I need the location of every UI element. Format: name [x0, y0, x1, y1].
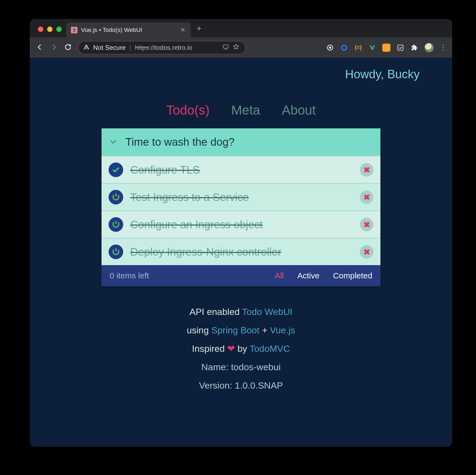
address-bar[interactable]: Not Secure | https://todos.retro.io	[78, 41, 246, 54]
favicon-icon: 👤	[71, 27, 77, 33]
svg-rect-0	[223, 45, 228, 48]
todo-delete-button[interactable]: ✖	[360, 190, 373, 204]
app-nav: Todo(s) Meta About	[30, 103, 452, 118]
todo-toggle[interactable]	[109, 190, 123, 204]
security-label: Not Secure	[93, 44, 126, 51]
nav-meta[interactable]: Meta	[231, 103, 260, 118]
todo-text[interactable]: Configure TLS	[130, 164, 353, 176]
heart-icon: ❤	[227, 343, 235, 354]
tab-title: Vue.js • Todo(s) WebUI	[81, 27, 177, 34]
new-todo-input[interactable]	[125, 136, 373, 148]
url-text: https://todos.retro.io	[135, 44, 192, 51]
not-secure-icon	[83, 44, 89, 51]
meta-block: API enabled Todo WebUI using Spring Boot…	[30, 302, 452, 395]
meta-line-1: API enabled Todo WebUI	[30, 302, 452, 321]
new-tab-button[interactable]: +	[197, 24, 202, 34]
todo-item: Test Ingress to a Service ✖	[102, 183, 380, 210]
chevron-down-icon[interactable]	[109, 137, 118, 147]
extension-orange-icon[interactable]	[382, 44, 390, 52]
back-button[interactable]	[36, 43, 44, 52]
app-name-line: Name: todos-webui	[30, 358, 452, 376]
greeting-text: Howdy, Bucky	[30, 58, 452, 81]
window-minimize-button[interactable]	[47, 27, 53, 32]
todo-toggle[interactable]	[109, 245, 123, 259]
extension-vue-icon[interactable]	[368, 44, 376, 52]
power-icon	[112, 193, 120, 201]
check-icon	[112, 165, 120, 174]
link-todomvc[interactable]: TodoMVC	[250, 343, 290, 354]
browser-window: 👤 Vue.js • Todo(s) WebUI ✕ + Not Secure	[30, 19, 452, 447]
svg-rect-4	[398, 45, 403, 50]
todo-item: Deploy Ingress-Nginx controller ✖	[102, 238, 380, 265]
todo-item: Configure TLS ✖	[102, 156, 380, 183]
filter-active[interactable]: Active	[297, 271, 319, 280]
extension-braces-icon[interactable]: {=}	[354, 44, 362, 52]
titlebar: 👤 Vue.js • Todo(s) WebUI ✕ +	[30, 19, 452, 37]
todo-item: Configure an Ingress object ✖	[102, 210, 380, 238]
nav-about[interactable]: About	[282, 103, 316, 118]
extensions-puzzle-icon[interactable]	[410, 44, 419, 52]
todo-delete-button[interactable]: ✖	[360, 245, 373, 259]
meta-line-3: Inspired ❤ by TodoMVC	[30, 339, 452, 358]
install-app-icon[interactable]	[223, 44, 229, 52]
app-viewport: Howdy, Bucky Todo(s) Meta About Co	[30, 58, 452, 447]
bookmark-star-icon[interactable]	[233, 44, 239, 52]
window-maximize-button[interactable]	[56, 27, 62, 32]
svg-point-3	[342, 45, 346, 50]
todo-delete-button[interactable]: ✖	[360, 218, 373, 231]
todo-card: Configure TLS ✖ Test Ingress to a Servic…	[102, 128, 380, 286]
power-icon	[112, 220, 120, 229]
todo-delete-button[interactable]: ✖	[360, 163, 373, 177]
todo-toggle[interactable]	[109, 162, 123, 177]
browser-menu-button[interactable]: ⋮	[440, 43, 446, 52]
browser-tab[interactable]: 👤 Vue.js • Todo(s) WebUI ✕	[66, 22, 191, 37]
items-left-count: 0 items left	[110, 271, 149, 280]
window-close-button[interactable]	[38, 27, 43, 32]
reload-button[interactable]	[64, 43, 72, 52]
profile-avatar[interactable]	[425, 43, 434, 52]
todo-text[interactable]: Configure an Ingress object	[130, 219, 353, 231]
power-icon	[112, 248, 120, 256]
link-todo-webui[interactable]: Todo WebUI	[242, 307, 292, 317]
filter-all[interactable]: All	[275, 271, 284, 280]
link-spring-boot[interactable]: Spring Boot	[211, 325, 260, 335]
forward-button[interactable]	[50, 43, 58, 52]
new-todo-row	[102, 128, 380, 156]
todo-text[interactable]: Test Ingress to a Service	[130, 191, 353, 203]
todo-text[interactable]: Deploy Ingress-Nginx controller	[130, 246, 353, 258]
nav-todos[interactable]: Todo(s)	[166, 103, 210, 118]
todo-toggle[interactable]	[109, 217, 123, 232]
separator: |	[129, 44, 131, 51]
filter-completed[interactable]: Completed	[333, 271, 372, 280]
window-controls	[30, 27, 62, 37]
extensions-row: {=} ⋮	[326, 43, 446, 52]
tab-close-button[interactable]: ✕	[180, 27, 185, 34]
extension-chart-icon[interactable]	[396, 44, 405, 52]
browser-toolbar: Not Secure | https://todos.retro.io {=}	[30, 37, 452, 58]
extension-ring-icon[interactable]	[340, 44, 348, 52]
card-footer: 0 items left All Active Completed	[102, 265, 380, 286]
link-vuejs[interactable]: Vue.js	[270, 325, 295, 335]
app-version-line: Version: 1.0.0.SNAP	[30, 376, 452, 395]
extension-circle-icon[interactable]	[326, 44, 334, 52]
svg-point-2	[329, 46, 331, 49]
meta-line-2: using Spring Boot + Vue.js	[30, 321, 452, 339]
